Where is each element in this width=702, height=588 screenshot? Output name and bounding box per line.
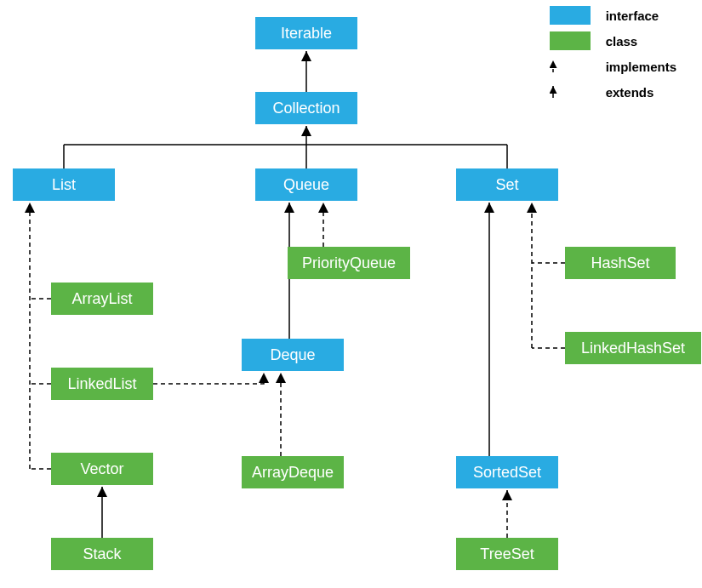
node-hashset: HashSet — [565, 247, 676, 279]
node-label: ArrayDeque — [252, 464, 334, 482]
legend-extends: extends — [550, 80, 676, 104]
legend-label-extends: extends — [606, 85, 654, 100]
node-label: Collection — [272, 100, 340, 117]
node-collection: Collection — [255, 92, 357, 124]
legend-line-extends — [550, 83, 591, 101]
node-list: List — [13, 168, 115, 201]
node-label: Stack — [83, 545, 121, 563]
legend-label-class: class — [606, 34, 638, 49]
node-label: Vector — [80, 460, 123, 478]
node-priorityqueue: PriorityQueue — [288, 247, 410, 279]
legend-label-interface: interface — [606, 9, 659, 23]
node-label: LinkedHashSet — [581, 340, 685, 357]
node-linkedlist: LinkedList — [51, 368, 153, 400]
node-treeset: TreeSet — [456, 538, 558, 570]
node-label: Queue — [283, 176, 329, 194]
node-stack: Stack — [51, 538, 153, 570]
legend: interface class implements extends — [550, 3, 676, 106]
node-label: SortedSet — [473, 464, 541, 482]
legend-implements: implements — [550, 54, 676, 78]
node-label: HashSet — [591, 254, 649, 272]
node-label: Set — [495, 176, 518, 194]
legend-swatch-class — [550, 31, 591, 50]
node-label: LinkedList — [67, 375, 136, 393]
legend-label-implements: implements — [606, 60, 676, 74]
node-label: TreeSet — [480, 545, 534, 563]
node-label: Iterable — [281, 25, 332, 43]
node-deque: Deque — [242, 339, 344, 371]
diagram-canvas: interface class implements extends — [0, 0, 702, 588]
node-label: PriorityQueue — [302, 254, 396, 272]
node-vector: Vector — [51, 453, 153, 485]
node-label: List — [52, 176, 76, 194]
node-sortedset: SortedSet — [456, 456, 558, 488]
node-iterable: Iterable — [255, 17, 357, 49]
node-queue: Queue — [255, 168, 357, 201]
legend-line-implements — [550, 57, 591, 76]
node-label: ArrayList — [71, 290, 132, 308]
node-arraydeque: ArrayDeque — [242, 456, 344, 488]
legend-interface: interface — [550, 3, 676, 27]
legend-class: class — [550, 29, 676, 53]
node-arraylist: ArrayList — [51, 283, 153, 315]
node-label: Deque — [270, 346, 315, 364]
legend-swatch-interface — [550, 6, 591, 25]
node-linkedhashset: LinkedHashSet — [565, 332, 701, 364]
node-set: Set — [456, 168, 558, 201]
